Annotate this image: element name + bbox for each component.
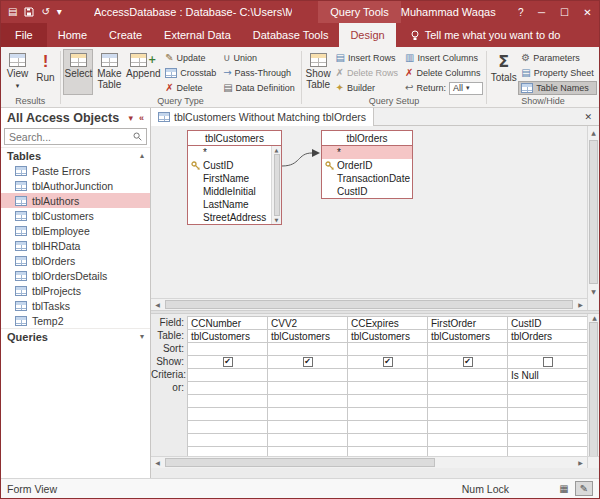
close-button[interactable]: ✕ xyxy=(576,1,599,23)
totals-button[interactable]: Σ Totals xyxy=(490,49,517,95)
crosstab-button[interactable]: Crosstab xyxy=(162,66,219,80)
run-button[interactable]: ! Run xyxy=(32,49,59,95)
tab-home[interactable]: Home xyxy=(47,23,98,47)
help-button[interactable]: ? xyxy=(512,1,530,23)
query-design-surface[interactable]: tblCustomers * CustID FirstName MiddleIn… xyxy=(151,126,599,310)
document-tab[interactable]: tblCustomers Without Matching tblOrders xyxy=(151,108,374,126)
sidebar-item-tblauthorjunction[interactable]: tblAuthorJunction xyxy=(1,178,150,193)
make-table-button[interactable]: Make Table xyxy=(94,49,124,95)
save-icon[interactable] xyxy=(24,7,34,17)
sort-cell[interactable] xyxy=(188,343,267,356)
sort-cell[interactable] xyxy=(348,343,427,356)
field-row-orderid[interactable]: OrderID xyxy=(322,159,412,172)
sort-cell[interactable] xyxy=(508,343,587,356)
field-row-star[interactable]: * xyxy=(188,146,271,159)
field-row-middleinitial[interactable]: MiddleInitial xyxy=(188,185,271,198)
table-card-tblcustomers[interactable]: tblCustomers * CustID FirstName MiddleIn… xyxy=(187,130,282,225)
show-checkbox[interactable]: ✔ xyxy=(223,357,233,367)
search-box[interactable] xyxy=(4,128,147,145)
builder-button[interactable]: ✦ Builder xyxy=(333,81,401,95)
table-names-button[interactable]: Table Names xyxy=(518,81,597,95)
field-row-star[interactable]: * xyxy=(322,146,412,159)
sort-cell[interactable] xyxy=(268,343,347,356)
sidebar-item-tblauthors[interactable]: tblAuthors xyxy=(1,193,150,208)
field-cell[interactable]: CustID xyxy=(508,317,587,330)
field-row-firstname[interactable]: FirstName xyxy=(188,172,271,185)
sidebar-item-tblcustomers[interactable]: tblCustomers xyxy=(1,208,150,223)
table-card-scrollbar[interactable]: ▲▼ xyxy=(271,146,281,224)
show-table-button[interactable]: Show Table xyxy=(305,49,332,95)
view-button[interactable]: View▾ xyxy=(4,49,31,95)
minimize-button[interactable]: ─ xyxy=(530,1,553,23)
datasheet-view-shortcut-icon[interactable]: ▦ xyxy=(555,481,573,496)
show-checkbox[interactable]: ✔ xyxy=(383,357,393,367)
or-cell[interactable] xyxy=(348,382,427,395)
context-tab-query-tools[interactable]: Query Tools xyxy=(318,1,401,23)
criteria-cell[interactable] xyxy=(188,369,267,382)
undo-icon[interactable]: ↺ xyxy=(41,7,49,17)
grid-vscrollbar[interactable]: ▲▼ xyxy=(587,314,599,468)
table-cell[interactable]: tblCustomers xyxy=(268,330,347,343)
search-input[interactable] xyxy=(9,131,133,143)
field-row-lastname[interactable]: LastName xyxy=(188,198,271,211)
table-card-title[interactable]: tblCustomers xyxy=(188,131,281,146)
show-cell[interactable]: ✔ xyxy=(428,356,507,369)
sidebar-item-tblemployee[interactable]: tblEmployee xyxy=(1,223,150,238)
table-card-title[interactable]: tblOrders xyxy=(322,131,412,146)
tab-design[interactable]: Design xyxy=(339,23,395,47)
design-hscrollbar[interactable]: ◀▶ xyxy=(151,298,587,310)
select-query-button[interactable]: Select xyxy=(63,49,93,95)
queries-expand-icon[interactable]: ▾ xyxy=(140,332,144,341)
field-row-custid[interactable]: CustID xyxy=(322,185,412,198)
table-card-tblorders[interactable]: tblOrders * OrderID TransactionDate Cust… xyxy=(321,130,413,199)
table-cell[interactable]: tblCustomers xyxy=(188,330,267,343)
criteria-cell[interactable]: Is Null xyxy=(508,369,587,382)
parameters-button[interactable]: ⚙ Parameters xyxy=(518,51,597,65)
close-document-icon[interactable]: ✕ xyxy=(577,112,599,122)
append-button[interactable]: + Append xyxy=(125,49,161,95)
criteria-cell[interactable] xyxy=(348,369,427,382)
sidebar-item-tblordersdetails[interactable]: tblOrdersDetails xyxy=(1,268,150,283)
sidebar-item-temp2[interactable]: Temp2 xyxy=(1,313,150,328)
nav-shutter-icon[interactable]: « xyxy=(139,113,144,123)
show-cell[interactable]: ✔ xyxy=(348,356,427,369)
sidebar-item-tblhrdata[interactable]: tblHRData xyxy=(1,238,150,253)
delete-query-button[interactable]: ✗ Delete xyxy=(162,81,219,95)
sidebar-item-tblprojects[interactable]: tblProjects xyxy=(1,283,150,298)
field-cell[interactable]: CVV2 xyxy=(268,317,347,330)
tab-create[interactable]: Create xyxy=(98,23,153,47)
tab-database-tools[interactable]: Database Tools xyxy=(242,23,340,47)
field-cell[interactable]: CCNumber xyxy=(188,317,267,330)
or-cell[interactable] xyxy=(268,382,347,395)
union-button[interactable]: ∪ Union xyxy=(220,51,298,65)
show-checkbox[interactable]: ✔ xyxy=(463,357,473,367)
sidebar-item-tbltasks[interactable]: tblTasks xyxy=(1,298,150,313)
design-view-shortcut-icon[interactable]: ✎ xyxy=(575,481,593,496)
field-cell[interactable]: CCExpires xyxy=(348,317,427,330)
table-cell[interactable]: tblOrders xyxy=(508,330,587,343)
show-cell[interactable]: ✔ xyxy=(188,356,267,369)
sidebar-item-tblorders[interactable]: tblOrders xyxy=(1,253,150,268)
maximize-button[interactable]: ☐ xyxy=(553,1,576,23)
qat-customize-icon[interactable]: ▾ xyxy=(57,7,62,17)
insert-columns-button[interactable]: ▥ Insert Columns xyxy=(402,51,486,65)
grid-hscrollbar[interactable]: ◀▶ xyxy=(151,456,587,468)
or-cell[interactable] xyxy=(188,382,267,395)
show-checkbox[interactable]: ✔ xyxy=(303,357,313,367)
or-cell[interactable] xyxy=(508,382,587,395)
tables-collapse-icon[interactable]: ▴ xyxy=(140,151,144,160)
section-queries[interactable]: Queries ▾ xyxy=(1,328,150,344)
delete-columns-button[interactable]: ✗ Delete Columns xyxy=(402,66,486,80)
design-vscrollbar[interactable]: ▲▼ xyxy=(587,126,599,298)
sort-cell[interactable] xyxy=(428,343,507,356)
sidebar-item-paste-errors[interactable]: Paste Errors xyxy=(1,163,150,178)
field-row-streetaddress[interactable]: StreetAddress xyxy=(188,211,271,224)
criteria-cell[interactable] xyxy=(268,369,347,382)
property-sheet-button[interactable]: ▤ Property Sheet xyxy=(518,66,597,80)
field-cell[interactable]: FirstOrder xyxy=(428,317,507,330)
show-checkbox[interactable] xyxy=(543,357,553,367)
criteria-cell[interactable] xyxy=(428,369,507,382)
show-cell[interactable] xyxy=(508,356,587,369)
data-definition-button[interactable]: ▤ Data Definition xyxy=(220,81,298,95)
tell-me-box[interactable]: Tell me what you want to do xyxy=(410,23,561,47)
